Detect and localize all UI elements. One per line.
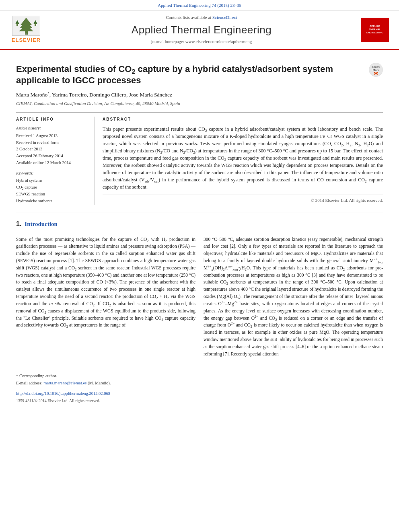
journal-citation-bar: Applied Thermal Engineering 74 (2015) 28… — [0, 0, 399, 10]
journal-header-center: Contents lists available at ScienceDirec… — [44, 14, 359, 45]
keywords-section: Keywords: Hybrid systems CO2 capture SEW… — [16, 170, 88, 204]
intro-para-right: 300 °C–500 °C, adequate sorption-desorpt… — [204, 236, 383, 358]
keyword-2: CO2 capture — [16, 185, 88, 191]
intro-para-left: Some of the most promising technologies … — [16, 236, 195, 329]
article-title: Experimental studies of CO2 capture by a… — [16, 64, 364, 86]
body-col-left: Some of the most promising technologies … — [16, 236, 195, 361]
svg-rect-7 — [35, 23, 36, 26]
sciencedirect-link[interactable]: ScienceDirect — [212, 15, 237, 20]
crossmark-badge: Cross Mark — [369, 63, 383, 79]
abstract-column: ABSTRACT This paper presents experimenta… — [103, 117, 383, 205]
keyword-4: Hydrotalcite sorbents — [16, 198, 88, 204]
email-line: E-mail address: marta.marano@ciemat.es (… — [16, 380, 383, 386]
elsevier-tree-image — [12, 16, 40, 36]
affiliation: CIEMAT, Combustion and Gasification Divi… — [16, 101, 383, 107]
footer-issn: 1359-4311/© 2014 Elsevier Ltd. All right… — [16, 398, 383, 404]
journal-logo-right: APPLIED THERMAL ENGINEERING — [359, 18, 391, 42]
article-content: Experimental studies of CO2 capture by a… — [0, 50, 399, 369]
journal-header: ELSEVIER Contents lists available at Sci… — [0, 10, 399, 49]
body-col-right: 300 °C–500 °C, adequate sorption-desorpt… — [204, 236, 383, 361]
section-divider — [16, 212, 383, 212]
svg-text:Cross: Cross — [372, 66, 380, 68]
keyword-3: SEWGS reaction — [16, 191, 88, 197]
abstract-header: ABSTRACT — [103, 117, 383, 122]
contents-line: Contents lists available at ScienceDirec… — [44, 14, 359, 21]
elsevier-logo: ELSEVIER — [8, 16, 44, 44]
body-two-col: Some of the most promising technologies … — [16, 236, 383, 361]
authors: Marta Maroño*, Yarima Torreiro, Domingo … — [16, 91, 383, 99]
abstract-text: This paper presents experimental results… — [103, 125, 383, 191]
svg-point-8 — [25, 33, 27, 35]
article-info-column: ARTICLE INFO Article history: Received 1… — [16, 117, 95, 205]
svg-text:Mark: Mark — [373, 69, 379, 72]
crossmark-icon: Cross Mark — [369, 63, 383, 77]
keywords-label: Keywords: — [16, 170, 88, 176]
journal-homepage: journal homepage: www.elsevier.com/locat… — [44, 39, 359, 45]
history-item-1: Received 1 August 2013 — [16, 133, 88, 139]
article-footer: * Corresponding author. E-mail address: … — [0, 369, 399, 408]
article-info-header: ARTICLE INFO — [16, 117, 88, 122]
history-item-4: Accepted 26 February 2014 — [16, 153, 88, 159]
history-item-5: Available online 12 March 2014 — [16, 160, 88, 166]
svg-rect-6 — [16, 23, 18, 26]
keyword-1: Hybrid systems — [16, 178, 88, 184]
history-label: Article history: — [16, 125, 88, 131]
corresponding-note: * Corresponding author. — [16, 373, 383, 379]
history-item-2: Received in revised form — [16, 140, 88, 146]
section-heading: 1. Introduction — [16, 220, 383, 232]
author-email-link[interactable]: marta.marano@ciemat.es — [43, 381, 86, 385]
journal-title: Applied Thermal Engineering — [44, 23, 359, 37]
copyright-line: © 2014 Elsevier Ltd. All rights reserved… — [103, 195, 383, 203]
journal-logo-box: APPLIED THERMAL ENGINEERING — [361, 18, 389, 42]
article-info-abstract: ARTICLE INFO Article history: Received 1… — [16, 112, 383, 205]
elsevier-wordmark: ELSEVIER — [12, 37, 41, 44]
doi-link[interactable]: http://dx.doi.org/10.1016/j.applthermale… — [16, 391, 110, 396]
section-number: 1. — [16, 220, 21, 228]
journal-citation: Applied Thermal Engineering 74 (2015) 28… — [158, 3, 241, 8]
footer-links: http://dx.doi.org/10.1016/j.applthermale… — [16, 390, 383, 397]
section-title: Introduction — [25, 220, 57, 228]
introduction-section: 1. Introduction — [16, 220, 383, 232]
history-item-3: 2 October 2013 — [16, 146, 88, 152]
elsevier-tree-svg — [13, 16, 39, 35]
